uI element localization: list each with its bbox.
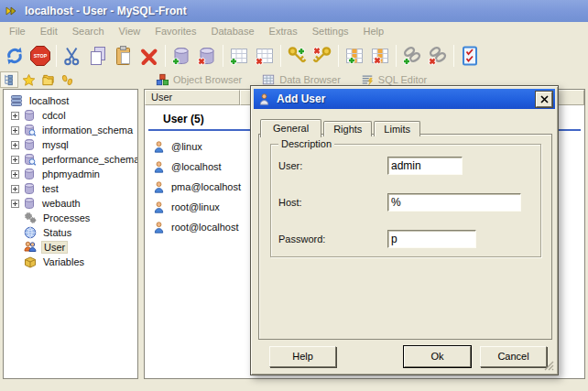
remove-field-icon[interactable] [367,43,393,69]
tree-item-label: performance_schema [40,154,138,165]
cut-icon[interactable] [60,43,85,69]
expand-icon[interactable] [11,170,19,179]
toolbar-separator [223,45,223,67]
data-browser-icon [262,73,275,86]
list-item-label: root@localhost [171,222,239,233]
menu-help[interactable]: Help [356,24,392,38]
toolbar-separator [165,45,166,67]
user-field[interactable] [387,157,463,175]
tree-item-webauth[interactable]: webauth [4,196,137,211]
tree-item-cdcol[interactable]: cdcol [4,108,137,123]
dialog-titlebar: Add User [254,89,555,109]
general-tab-panel: Description User: Host: Password: [258,134,552,340]
tree-item-user[interactable]: User [4,240,137,255]
remove-table-icon[interactable] [252,43,278,69]
expand-icon[interactable] [11,112,19,120]
column-header-user[interactable]: User [145,90,240,105]
tab-sql-editor-label: SQL Editor [378,74,427,85]
remove-database-icon[interactable] [194,43,220,69]
groupbox-label: Description [278,138,334,149]
folders-icon[interactable] [38,71,57,88]
tab-general[interactable]: General [260,119,321,137]
mysql-front-window: localhost - User - MySQL-Front File Edit… [0,0,588,391]
remove-key-icon[interactable] [310,43,335,69]
user-field-label: User: [278,160,387,171]
tree-item-label: webauth [40,198,82,209]
add-field-icon[interactable] [342,43,367,69]
expand-icon[interactable] [11,200,19,208]
menu-edit[interactable]: Edit [33,24,65,38]
close-icon[interactable] [536,92,552,107]
copy-icon[interactable] [85,43,111,69]
menu-view[interactable]: View [112,24,148,38]
help-button[interactable]: Help [269,346,336,367]
menu-search[interactable]: Search [65,24,112,38]
tree-item-localhost[interactable]: localhost [4,93,137,108]
database-search-icon [22,152,37,167]
tab-sql-editor[interactable]: SQL Editor [361,73,427,86]
footprints-icon[interactable] [58,71,76,88]
expand-icon[interactable] [11,126,19,135]
tree-item-mysql[interactable]: mysql [4,137,137,152]
delete-icon[interactable] [136,43,162,69]
password-field[interactable] [387,230,476,248]
tree-item-status[interactable]: Status [4,225,137,240]
window-titlebar: localhost - User - MySQL-Front [0,0,588,22]
tab-object-browser[interactable]: Object Browser [156,73,242,86]
tree-item-information-schema[interactable]: information_schema [4,123,137,137]
ok-button[interactable]: Ok [404,346,471,367]
browser-tabs: Object Browser Data Browser SQL Editor [156,73,447,86]
tree-item-variables[interactable]: Variables [4,255,137,269]
tree-item-phpmyadmin[interactable]: phpmyadmin [4,167,137,181]
menu-bar: File Edit Search View Favorites Database… [0,22,588,40]
tab-data-browser[interactable]: Data Browser [262,73,341,86]
host-field[interactable] [387,193,521,212]
tree-item-processes[interactable]: Processes [4,211,137,225]
dialog-tabs: General Rights Limits [260,119,422,136]
toolbar-separator [338,45,339,67]
tree-item-performance-schema[interactable]: performance_schema [4,152,137,167]
dialog-user-icon [257,92,271,106]
tree-item-label: Processes [41,212,92,223]
tree-view-icon[interactable] [0,71,18,88]
menu-file[interactable]: File [2,24,33,38]
tree-item-label: information_schema [40,125,135,136]
window-title: localhost - User - MySQL-Front [25,5,187,17]
paste-icon[interactable] [111,43,136,69]
tree-item-label: User [41,241,68,254]
add-table-icon[interactable] [226,43,252,69]
object-browser-icon [156,73,169,86]
database-icon [22,196,37,211]
tab-rights[interactable]: Rights [323,121,372,136]
menu-extras[interactable]: Extras [262,24,305,38]
remove-link-icon[interactable] [425,43,451,69]
user-icon [152,201,166,214]
menu-settings[interactable]: Settings [305,24,356,38]
expand-icon[interactable] [11,185,19,193]
refresh-icon[interactable] [2,43,27,69]
tree-item-label: phpmyadmin [40,168,102,179]
favorites-star-icon[interactable] [19,71,38,88]
toolbar-separator [453,45,454,67]
list-item-label: root@linux [171,201,220,212]
sql-check-icon[interactable] [457,43,483,69]
tab-data-browser-label: Data Browser [279,74,341,85]
tree-item-label: Status [41,227,73,238]
tab-limits[interactable]: Limits [374,121,420,136]
password-field-label: Password: [278,234,387,244]
stop-icon[interactable]: STOP [27,43,53,69]
expand-icon[interactable] [11,141,19,149]
add-database-icon[interactable] [169,43,194,69]
menu-favorites[interactable]: Favorites [147,24,203,38]
host-field-label: Host: [278,197,387,208]
add-link-icon[interactable] [399,43,425,69]
menu-database[interactable]: Database [203,24,261,38]
expand-icon[interactable] [11,156,19,164]
list-item-label: @linux [171,141,202,152]
resize-grip-icon[interactable] [543,360,554,371]
svg-text:STOP: STOP [34,53,48,59]
add-key-icon[interactable] [284,43,310,69]
tree-item-test[interactable]: test [4,181,137,196]
cancel-button[interactable]: Cancel [480,346,547,367]
toolbar-separator [280,45,281,67]
